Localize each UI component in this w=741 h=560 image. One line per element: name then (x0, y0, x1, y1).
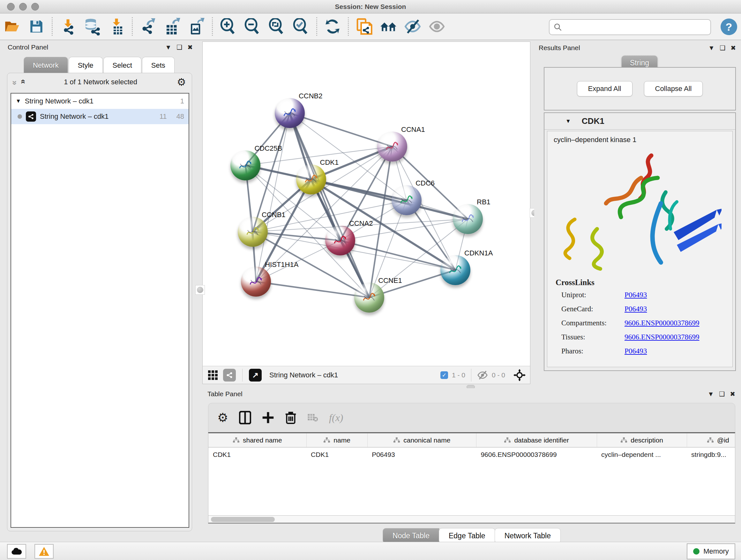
column-header[interactable]: @id (687, 433, 735, 447)
export-image-button[interactable] (186, 16, 207, 37)
export-network-button[interactable] (138, 16, 158, 37)
table-horizontal-scrollbar[interactable] (208, 515, 735, 523)
tab-network[interactable]: Network (23, 57, 68, 73)
export-table-button[interactable] (162, 16, 183, 37)
table-cell[interactable]: P06493 (367, 447, 476, 461)
network-edge[interactable] (290, 113, 369, 298)
network-edge[interactable] (311, 179, 468, 219)
network-node-CDC25B[interactable] (230, 150, 260, 180)
network-node-CCNB1[interactable] (238, 217, 268, 247)
import-network-database-button[interactable] (82, 16, 103, 37)
network-row-selected[interactable]: String Network – cdk1 11 48 (11, 109, 189, 124)
collapse-all-button[interactable]: Collapse All (644, 81, 703, 97)
left-splitter-handle[interactable] (195, 285, 205, 295)
network-edge[interactable] (256, 113, 290, 282)
zoom-out-button[interactable] (242, 16, 263, 37)
gene-expand-icon[interactable]: ▼ (565, 118, 571, 125)
detach-view-icon[interactable]: ↗ (249, 369, 262, 381)
network-node-CDK1[interactable] (296, 165, 326, 194)
column-header[interactable]: canonical name (367, 433, 476, 447)
search-input[interactable] (562, 23, 703, 31)
column-header[interactable]: database identifier (476, 433, 597, 447)
node-table[interactable]: shared namenamecanonical namedatabase id… (208, 432, 735, 515)
hidden-items-eye-slash-icon[interactable] (477, 370, 488, 381)
zoom-selected-button[interactable] (291, 16, 311, 37)
import-table-file-button[interactable] (106, 16, 127, 37)
save-session-button[interactable] (26, 16, 47, 37)
delete-column-trash-icon[interactable] (285, 411, 296, 424)
delete-table-icon[interactable] (307, 413, 318, 422)
minimize-window-button[interactable] (19, 3, 27, 10)
network-canvas[interactable]: CCNB2CCNA1CDC25BCDK1CDC6RB1CCNB1CCNA2CDK… (203, 42, 530, 366)
crosslink-link[interactable]: P06493 (624, 347, 647, 355)
table-panel-float-icon[interactable]: ❑ (719, 390, 725, 398)
network-node-CDC6[interactable] (392, 185, 421, 215)
table-options-gear-icon[interactable]: ⚙ (217, 411, 228, 425)
table-cell[interactable]: CDK1 (208, 447, 307, 461)
network-share-view-icon[interactable] (223, 369, 236, 381)
memory-button[interactable]: Memory (687, 543, 735, 559)
network-options-gear-icon[interactable]: ⚙ (177, 76, 186, 88)
network-node-CCNE1[interactable] (354, 283, 384, 313)
crosslink-link[interactable]: P06493 (624, 305, 647, 313)
network-node-HIST1H1A[interactable] (241, 266, 271, 297)
network-node-CDKN1A[interactable] (441, 255, 470, 285)
apply-layout-button[interactable] (322, 16, 343, 37)
network-node-RB1[interactable] (453, 204, 483, 234)
column-header[interactable]: name (307, 433, 367, 447)
grid-view-icon[interactable] (207, 369, 219, 381)
network-edge[interactable] (256, 282, 369, 298)
crosslink-link[interactable]: P06493 (624, 291, 647, 299)
network-edge[interactable] (290, 113, 392, 146)
network-collection-row[interactable]: ▼ String Network – cdk1 1 (11, 94, 189, 109)
create-column-plus-icon[interactable] (262, 412, 274, 424)
table-panel-close-icon[interactable]: ✖ (730, 390, 735, 398)
table-cell[interactable]: cyclin–dependent ... (597, 447, 687, 461)
copy-network-button[interactable] (354, 16, 374, 37)
show-glass-eye-button[interactable] (427, 16, 447, 37)
column-header[interactable]: description (597, 433, 687, 447)
import-network-file-button[interactable] (58, 16, 78, 37)
hide-glass-eye-button[interactable] (402, 16, 423, 37)
close-window-button[interactable] (7, 3, 15, 10)
table-cell[interactable]: CDK1 (307, 447, 367, 461)
help-button[interactable]: ? (721, 18, 737, 35)
network-node-CCNA1[interactable] (377, 132, 407, 162)
network-edge[interactable] (246, 165, 407, 200)
birds-eye-crosshair-icon[interactable] (514, 369, 526, 381)
table-row[interactable]: CDK1CDK1P064939606.ENSP00000378699cyclin… (208, 447, 735, 461)
control-panel-float-icon[interactable]: ❑ (177, 44, 182, 51)
tab-style[interactable]: Style (69, 57, 103, 73)
open-session-button[interactable] (2, 16, 22, 37)
zoom-fit-button[interactable] (266, 16, 287, 37)
show-columns-icon[interactable] (239, 411, 251, 424)
tab-select[interactable]: Select (104, 57, 141, 73)
results-panel-float-icon[interactable]: ❑ (720, 44, 725, 52)
tab-node-table[interactable]: Node Table (383, 528, 440, 543)
table-cell[interactable]: 9606.ENSP00000378699 (476, 447, 597, 461)
warnings-button[interactable] (35, 544, 54, 559)
collection-expand-icon[interactable]: ▼ (16, 98, 21, 105)
toolbar-search[interactable] (549, 19, 711, 35)
function-builder-button[interactable]: f(x) (329, 412, 343, 424)
control-panel-close-icon[interactable]: ✖ (187, 44, 193, 51)
home-string-button[interactable] (378, 16, 399, 37)
network-node-CCNB2[interactable] (275, 98, 305, 128)
crosslink-link[interactable]: 9606.ENSP00000378699 (624, 319, 699, 327)
cloud-status-button[interactable] (7, 544, 26, 559)
results-panel-close-icon[interactable]: ✖ (731, 44, 736, 52)
results-panel-collapse-icon[interactable]: ▼ (709, 44, 715, 52)
network-node-CCNA2[interactable] (325, 226, 355, 255)
column-header[interactable]: shared name (208, 433, 307, 447)
zoom-window-button[interactable] (31, 3, 39, 10)
window-traffic-lights[interactable] (7, 3, 39, 10)
scrollbar-thumb[interactable] (211, 517, 275, 522)
table-panel-collapse-icon[interactable]: ▼ (708, 390, 714, 398)
tab-network-table[interactable]: Network Table (495, 528, 561, 543)
expand-all-networks-icon[interactable]: » (17, 80, 27, 84)
gene-section-header[interactable]: ▼ CDK1 (544, 113, 735, 130)
table-cell[interactable]: stringdb:9... (687, 447, 735, 461)
tab-edge-table[interactable]: Edge Table (439, 528, 495, 543)
selected-items-checkbox[interactable]: ✓ (441, 371, 448, 379)
tab-sets[interactable]: Sets (142, 57, 175, 73)
